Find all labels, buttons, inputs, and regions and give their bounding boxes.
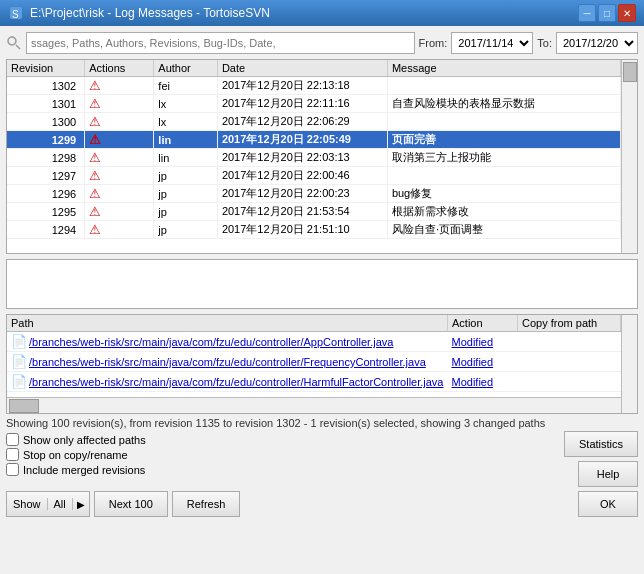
search-input[interactable] bbox=[26, 32, 415, 54]
next-100-button[interactable]: Next 100 bbox=[94, 491, 168, 517]
path-vscrollbar[interactable] bbox=[621, 315, 637, 413]
svg-point-2 bbox=[8, 37, 16, 45]
log-message bbox=[387, 167, 620, 185]
stop-on-copy-label[interactable]: Stop on copy/rename bbox=[6, 448, 146, 461]
log-date: 2017年12月20日 22:00:23 bbox=[217, 185, 387, 203]
status-text: Showing 100 revision(s), from revision 1… bbox=[6, 417, 545, 429]
log-table-row[interactable]: 1295⚠jp2017年12月20日 21:53:54根据新需求修改 bbox=[7, 203, 621, 221]
log-table: Revision Actions Author Date Message 130… bbox=[7, 60, 621, 239]
path-link[interactable]: /branches/web-risk/src/main/java/com/fzu… bbox=[29, 336, 393, 348]
log-revision: 1300 bbox=[7, 113, 85, 131]
log-date: 2017年12月20日 22:03:13 bbox=[217, 149, 387, 167]
stop-on-copy-checkbox[interactable] bbox=[6, 448, 19, 461]
log-date: 2017年12月20日 22:05:49 bbox=[217, 131, 387, 149]
col-message: Message bbox=[387, 60, 620, 77]
log-table-row[interactable]: 1294⚠jp2017年12月20日 21:51:10风险自查·页面调整 bbox=[7, 221, 621, 239]
refresh-button[interactable]: Refresh bbox=[172, 491, 241, 517]
path-copy-from bbox=[518, 352, 621, 372]
log-author: jp bbox=[154, 221, 218, 239]
path-table-row[interactable]: 📄/branches/web-risk/src/main/java/com/fz… bbox=[7, 332, 621, 352]
window-content: From: 2017/11/14 To: 2017/12/20 Revision… bbox=[0, 26, 644, 574]
log-table-header: Revision Actions Author Date Message bbox=[7, 60, 621, 77]
log-author: jp bbox=[154, 203, 218, 221]
col-path: Path bbox=[7, 315, 448, 332]
all-label: All bbox=[48, 498, 73, 510]
include-merged-checkbox[interactable] bbox=[6, 463, 19, 476]
path-action-link[interactable]: Modified bbox=[452, 376, 494, 388]
maximize-button[interactable]: □ bbox=[598, 4, 616, 22]
log-message: 页面完善 bbox=[387, 131, 620, 149]
help-button[interactable]: Help bbox=[578, 461, 638, 487]
log-message: 风险自查·页面调整 bbox=[387, 221, 620, 239]
ok-button[interactable]: OK bbox=[578, 491, 638, 517]
path-file-icon: 📄 bbox=[11, 334, 27, 349]
bottom-bar: Show All ▶ Next 100 Refresh OK bbox=[6, 491, 638, 517]
log-message bbox=[387, 77, 620, 95]
path-link[interactable]: /branches/web-risk/src/main/java/com/fzu… bbox=[29, 376, 444, 388]
path-link[interactable]: /branches/web-risk/src/main/java/com/fzu… bbox=[29, 356, 426, 368]
close-button[interactable]: ✕ bbox=[618, 4, 636, 22]
log-scrollbar[interactable] bbox=[621, 60, 637, 253]
log-revision: 1299 bbox=[7, 131, 85, 149]
path-table-header: Path Action Copy from path bbox=[7, 315, 621, 332]
log-table-container: Revision Actions Author Date Message 130… bbox=[6, 59, 638, 254]
show-all-button[interactable]: Show All ▶ bbox=[6, 491, 90, 517]
log-date: 2017年12月20日 21:53:54 bbox=[217, 203, 387, 221]
col-date: Date bbox=[217, 60, 387, 77]
status-bar: Showing 100 revision(s), from revision 1… bbox=[6, 414, 638, 431]
dropdown-arrow-icon: ▶ bbox=[73, 499, 89, 510]
path-table-row[interactable]: 📄/branches/web-risk/src/main/java/com/fz… bbox=[7, 372, 621, 392]
path-action: Modified bbox=[448, 332, 518, 352]
path-file-icon: 📄 bbox=[11, 354, 27, 369]
log-table-row[interactable]: 1296⚠jp2017年12月20日 22:00:23bug修复 bbox=[7, 185, 621, 203]
log-revision: 1302 bbox=[7, 77, 85, 95]
log-table-row[interactable]: 1302⚠fei2017年12月20日 22:13:18 bbox=[7, 77, 621, 95]
to-date-select[interactable]: 2017/12/20 bbox=[556, 32, 638, 54]
log-action-icon: ⚠ bbox=[85, 149, 154, 167]
path-action-link[interactable]: Modified bbox=[452, 356, 494, 368]
log-author: jp bbox=[154, 185, 218, 203]
log-table-row[interactable]: 1297⚠jp2017年12月20日 22:00:46 bbox=[7, 167, 621, 185]
show-only-affected-checkbox[interactable] bbox=[6, 433, 19, 446]
log-action-icon: ⚠ bbox=[85, 95, 154, 113]
col-actions: Actions bbox=[85, 60, 154, 77]
svg-text:S: S bbox=[12, 9, 19, 20]
svg-line-3 bbox=[16, 45, 20, 49]
log-table-row[interactable]: 1298⚠lin2017年12月20日 22:03:13取消第三方上报功能 bbox=[7, 149, 621, 167]
path-action: Modified bbox=[448, 352, 518, 372]
log-author: lin bbox=[154, 131, 218, 149]
path-hscrollbar[interactable] bbox=[7, 397, 621, 413]
log-action-icon: ⚠ bbox=[85, 167, 154, 185]
path-cell: 📄/branches/web-risk/src/main/java/com/fz… bbox=[7, 372, 448, 392]
log-table-row[interactable]: 1301⚠lx2017年12月20日 22:11:16自查风险模块的表格显示数据 bbox=[7, 95, 621, 113]
minimize-button[interactable]: ─ bbox=[578, 4, 596, 22]
log-action-icon: ⚠ bbox=[85, 131, 154, 149]
log-action-icon: ⚠ bbox=[85, 113, 154, 131]
log-revision: 1301 bbox=[7, 95, 85, 113]
show-only-affected-text: Show only affected paths bbox=[23, 434, 146, 446]
include-merged-label[interactable]: Include merged revisions bbox=[6, 463, 146, 476]
log-date: 2017年12月20日 22:06:29 bbox=[217, 113, 387, 131]
log-revision: 1294 bbox=[7, 221, 85, 239]
path-action-link[interactable]: Modified bbox=[452, 336, 494, 348]
show-only-affected-label[interactable]: Show only affected paths bbox=[6, 433, 146, 446]
col-copy-from: Copy from path bbox=[518, 315, 621, 332]
path-copy-from bbox=[518, 372, 621, 392]
to-label: To: bbox=[537, 37, 552, 49]
log-date: 2017年12月20日 22:13:18 bbox=[217, 77, 387, 95]
statistics-button[interactable]: Statistics bbox=[564, 431, 638, 457]
path-table-container: Path Action Copy from path 📄/branches/we… bbox=[6, 314, 638, 414]
log-message: bug修复 bbox=[387, 185, 620, 203]
search-icon bbox=[6, 35, 22, 51]
show-all-group: Show All ▶ bbox=[6, 491, 90, 517]
log-author: jp bbox=[154, 167, 218, 185]
log-date: 2017年12月20日 22:00:46 bbox=[217, 167, 387, 185]
title-bar: S E:\Project\risk - Log Messages - Torto… bbox=[0, 0, 644, 26]
log-table-row[interactable]: 1299⚠lin2017年12月20日 22:05:49页面完善 bbox=[7, 131, 621, 149]
path-cell: 📄/branches/web-risk/src/main/java/com/fz… bbox=[7, 332, 448, 352]
from-date-select[interactable]: 2017/11/14 bbox=[451, 32, 533, 54]
log-message: 取消第三方上报功能 bbox=[387, 149, 620, 167]
col-author: Author bbox=[154, 60, 218, 77]
log-table-row[interactable]: 1300⚠lx2017年12月20日 22:06:29 bbox=[7, 113, 621, 131]
path-table-row[interactable]: 📄/branches/web-risk/src/main/java/com/fz… bbox=[7, 352, 621, 372]
